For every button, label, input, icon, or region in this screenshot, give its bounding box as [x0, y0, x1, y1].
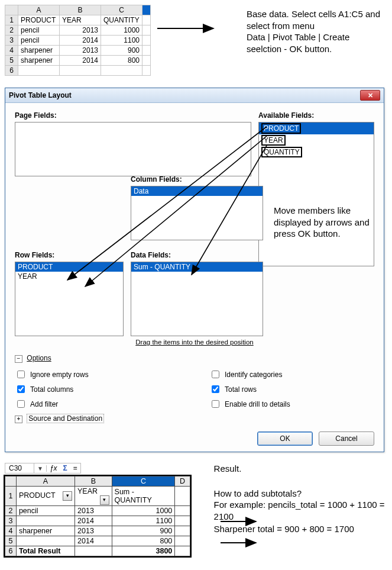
collapse-icon[interactable]: − [15, 355, 22, 363]
row-header[interactable]: 2 [5, 25, 18, 36]
row-header[interactable]: 4 [5, 526, 17, 536]
cell[interactable]: pencil [18, 36, 60, 46]
opt-enable-drill[interactable]: Enable drill to details [209, 398, 374, 410]
cell[interactable] [175, 487, 190, 506]
opt-add-filter[interactable]: Add filter [15, 398, 180, 410]
row-field-year[interactable]: YEAR [15, 272, 123, 281]
cell[interactable]: 2013 [60, 25, 101, 36]
close-button[interactable]: ✕ [360, 90, 380, 101]
opt-ignore-empty[interactable]: Ignore empty rows [15, 369, 180, 380]
row-header[interactable]: 6 [5, 546, 17, 556]
cell[interactable]: 2014 [75, 536, 112, 546]
row-header[interactable]: 6 [5, 66, 18, 76]
row-header[interactable]: 1 [5, 15, 18, 25]
cell-total-value[interactable]: 3800 [112, 546, 175, 556]
dropdown-icon[interactable]: ▾ [63, 491, 72, 501]
equals-icon[interactable]: = [70, 464, 80, 472]
sum-icon[interactable]: Σ [60, 464, 70, 472]
cell[interactable]: 1000 [101, 25, 142, 36]
data-fields-list[interactable]: Sum - QUANTITY [131, 262, 263, 336]
cell[interactable]: QUANTITY [101, 15, 142, 25]
ok-button[interactable]: OK [257, 431, 313, 446]
cell[interactable]: 2014 [60, 36, 101, 46]
row-header[interactable]: 1 [5, 487, 17, 506]
cell[interactable]: 2013 [75, 506, 112, 516]
cell[interactable] [142, 56, 151, 66]
cell[interactable]: sharpener [18, 56, 60, 66]
name-box[interactable]: C30 [5, 463, 34, 473]
cell[interactable] [60, 66, 101, 76]
col-header[interactable]: A [18, 5, 60, 15]
field-quantity[interactable]: QUANTITY [259, 146, 374, 158]
row-header[interactable]: 2 [5, 506, 17, 516]
field-year[interactable]: YEAR [259, 134, 374, 146]
cell[interactable]: 800 [112, 536, 175, 546]
cell[interactable] [75, 546, 112, 556]
cell[interactable]: PRODUCT [18, 15, 60, 25]
column-fields-list[interactable]: Data [131, 186, 263, 240]
col-header[interactable]: A [16, 476, 74, 487]
cell[interactable]: 1100 [101, 36, 142, 46]
cell[interactable]: YEAR [60, 15, 101, 25]
cell[interactable] [175, 526, 190, 536]
source-destination-header[interactable]: + Source and Destination [15, 414, 374, 423]
cell[interactable]: 900 [112, 526, 175, 536]
cell[interactable]: 2014 [75, 516, 112, 526]
cell[interactable] [142, 46, 151, 56]
page-fields-list[interactable] [15, 122, 251, 176]
cell[interactable] [142, 36, 151, 46]
cell[interactable]: 900 [101, 46, 142, 56]
cell[interactable]: Sum - QUANTITY [112, 487, 175, 506]
col-header-selected[interactable]: C [112, 476, 175, 487]
options-header[interactable]: − Options [15, 354, 374, 363]
cell[interactable]: 2013 [75, 526, 112, 536]
cell[interactable] [18, 66, 60, 76]
cell[interactable] [101, 66, 142, 76]
col-header[interactable]: B [75, 476, 112, 487]
row-header[interactable]: 5 [5, 536, 17, 546]
field-product[interactable]: PRODUCT [259, 123, 374, 134]
cell[interactable] [175, 536, 190, 546]
cell[interactable] [142, 15, 151, 25]
cell[interactable]: 2013 [60, 46, 101, 56]
cell[interactable] [142, 66, 151, 76]
cell[interactable] [175, 506, 190, 516]
cell[interactable] [175, 516, 190, 526]
cell[interactable]: 1000 [112, 506, 175, 516]
dialog-titlebar[interactable]: Pivot Table Layout ✕ [5, 88, 384, 103]
opt-total-rows[interactable]: Total rows [209, 384, 374, 395]
col-header[interactable]: C [101, 5, 142, 15]
cell[interactable]: 2014 [60, 56, 101, 66]
col-header[interactable]: D [175, 476, 190, 487]
row-header[interactable]: 5 [5, 56, 18, 66]
col-field-data[interactable]: Data [131, 186, 263, 196]
col-header[interactable]: B [60, 5, 101, 15]
cancel-button[interactable]: Cancel [319, 431, 374, 446]
cell[interactable]: YEAR▾ [75, 487, 112, 506]
expand-icon[interactable]: + [15, 416, 22, 423]
cell[interactable] [16, 516, 74, 526]
cell[interactable]: sharpener [16, 526, 74, 536]
col-header-next[interactable] [142, 5, 151, 15]
row-header[interactable]: 3 [5, 516, 17, 526]
opt-total-columns[interactable]: Total columns [15, 384, 180, 395]
cell[interactable]: PRODUCT▾ [16, 487, 74, 506]
opt-identify-categories[interactable]: Identify categories [209, 369, 374, 380]
dropdown-icon[interactable]: ▼ [34, 465, 47, 472]
cell[interactable] [16, 536, 74, 546]
cell[interactable] [142, 25, 151, 36]
cell[interactable] [175, 546, 190, 556]
row-header[interactable]: 3 [5, 36, 18, 46]
cell[interactable]: 1100 [112, 516, 175, 526]
cell-total-label[interactable]: Total Result [16, 546, 74, 556]
data-field-sumqty[interactable]: Sum - QUANTITY [131, 262, 263, 272]
dropdown-icon[interactable]: ▾ [100, 495, 109, 505]
cell[interactable]: pencil [16, 506, 74, 516]
fx-icon[interactable]: ƒx [47, 464, 60, 472]
cell[interactable]: 800 [101, 56, 142, 66]
row-header[interactable]: 4 [5, 46, 18, 56]
cell[interactable]: pencil [18, 25, 60, 36]
row-fields-list[interactable]: PRODUCT YEAR [15, 262, 124, 336]
cell[interactable]: sharpener [18, 46, 60, 56]
row-field-product[interactable]: PRODUCT [15, 262, 123, 272]
